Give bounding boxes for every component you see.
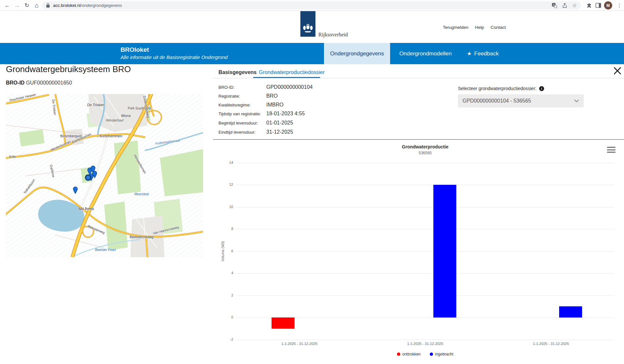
star-icon: ★ [467, 50, 471, 57]
x-category-label: 1-1-2025 - 31-12-2025 [362, 342, 488, 346]
browser-toolbar: ← → ↻ ⌂ acc.broloket.nl/ondergrondgegeve… [0, 0, 624, 11]
field-row: BRO-ID: GPD000000000104 [218, 84, 312, 90]
info-icon[interactable]: i [539, 86, 544, 91]
main-nav-bar: BROloket Alle informatie uit de Basisreg… [0, 43, 624, 64]
y-tick-label: 4 [221, 271, 233, 275]
logo-wordmark: Rijksoverheid [318, 32, 348, 38]
bar-onttrokken-1[interactable] [272, 317, 294, 329]
gridline [236, 251, 614, 252]
legend-item-ingebracht[interactable]: ingebracht [430, 352, 453, 356]
tab-ondergrondmodellen[interactable]: Ondergrondmodellen [390, 43, 461, 64]
y-tick-label: 14 [221, 161, 233, 164]
page: ← → ↻ ⌂ acc.broloket.nl/ondergrondgegeve… [0, 0, 624, 364]
legend-dot [430, 353, 433, 356]
tab-basisgegevens[interactable]: Basisgegevens [218, 69, 257, 75]
site-header: Rijksoverheid Terugmelden Help Contact [0, 11, 624, 43]
tabs-divider [213, 78, 624, 78]
brand-title: BROloket [121, 46, 228, 53]
home-icon[interactable]: ⌂ [32, 0, 41, 11]
field-row: Kwaliteitsregime: IMBRO [218, 102, 283, 108]
page-title: Grondwatergebruiksysteem BRO [6, 64, 131, 74]
map-label: Mearsleat [134, 192, 149, 196]
forward-icon[interactable]: → [12, 0, 22, 11]
detail-panel: Basisgegevens Grondwaterproductiedossier… [213, 65, 624, 364]
legend-dot [397, 353, 400, 356]
map-label: Kortehemmen [100, 134, 122, 138]
bar-ingebracht-2[interactable] [433, 185, 456, 317]
gridline [236, 296, 614, 296]
gridline [236, 340, 614, 340]
chart-region: Grondwaterproductie 536565 Volume (M3) o… [213, 140, 624, 364]
rijksoverheid-crest-icon [302, 23, 313, 35]
chart-title: Grondwaterproductie [236, 144, 614, 149]
map-label: Morra [121, 114, 131, 118]
gridline [236, 185, 614, 185]
browser-menu-icon[interactable]: ⋮ [615, 0, 624, 11]
bar-ingebracht-3[interactable] [559, 306, 582, 317]
url-text: acc.broloket.nl/ondergrondgegevens [53, 3, 122, 8]
map-marker-circle[interactable] [85, 175, 91, 180]
map-label: Krite [9, 155, 16, 159]
field-row: Begintijd levensduur: 01-01-2025 [218, 120, 293, 126]
link-contact[interactable]: Contact [491, 25, 506, 30]
header-links: Terugmelden Help Contact [443, 25, 506, 30]
back-icon[interactable]: ← [3, 0, 12, 11]
extensions-icon[interactable] [586, 3, 592, 8]
map-label: Beetsterzwaag [130, 235, 154, 239]
y-tick-label: 10 [221, 205, 233, 209]
legend-label: onttrokken [402, 352, 421, 356]
brand: BROloket Alle informatie uit de Basisreg… [121, 46, 228, 60]
field-row: Registratie: BRO [218, 93, 278, 99]
bookmark-star-icon[interactable]: ☆ [572, 2, 577, 9]
link-help[interactable]: Help [475, 25, 484, 30]
nav-tabs: Ondergrondgegevens Ondergrondmodellen ★ … [324, 43, 505, 64]
address-bar[interactable]: acc.broloket.nl/ondergrondgegevens A ☆ [42, 1, 581, 10]
browser-profile-avatar[interactable]: M [604, 1, 612, 10]
chart-legend: onttrokkeningebracht [236, 352, 614, 356]
map-label: De Trisken [87, 103, 104, 107]
gridline [236, 273, 614, 274]
dossier-select[interactable]: GPD000000000104 - 536565 [458, 94, 584, 107]
chart-subtitle: 536565 [236, 151, 614, 155]
dossier-select-value: GPD000000000104 - 536565 [463, 98, 531, 104]
share-icon[interactable] [562, 3, 568, 8]
map[interactable]: Drachtster Heawei De Trisken De Trisken … [6, 94, 203, 257]
map-label: Himsterhout [106, 119, 123, 122]
map-label: Ald Beets [79, 207, 94, 211]
tab-grondwaterproductiedossier[interactable]: Grondwaterproductiedossier [259, 69, 325, 75]
field-row: Eindtijd levensduur: 31-12-2025 [218, 129, 293, 135]
y-tick-label: 2 [221, 293, 233, 297]
legend-label: ingebracht [435, 352, 453, 356]
side-panel-icon[interactable] [596, 3, 601, 8]
brand-subtitle: Alle informatie uit de Basisregistratie … [121, 54, 228, 60]
close-icon[interactable] [613, 67, 622, 75]
y-tick-label: 0 [221, 315, 233, 319]
gridline [236, 229, 614, 229]
map-label: Beetster Feart [95, 248, 116, 252]
bro-id-value: GUF000000001650 [26, 80, 72, 86]
gridline [236, 207, 614, 207]
tab-feedback[interactable]: ★ Feedback [461, 43, 505, 64]
x-category-label: 1-1-2025 - 31-12-2025 [488, 342, 614, 346]
chevron-down-icon [574, 99, 579, 103]
y-tick-label: 8 [221, 227, 233, 231]
chart-menu-icon[interactable] [607, 146, 615, 153]
link-terugmelden[interactable]: Terugmelden [443, 25, 468, 30]
reload-icon[interactable]: ↻ [22, 0, 31, 11]
y-tick-label: -2 [221, 337, 233, 341]
legend-item-onttrokken[interactable]: onttrokken [397, 352, 421, 356]
tab-ondergrondgegevens[interactable]: Ondergrondgegevens [324, 43, 390, 64]
rijksoverheid-logo [300, 11, 315, 37]
gridline [236, 163, 614, 163]
y-tick-label: 6 [221, 249, 233, 253]
dossier-selector-label: Selecteer grondwaterproductiedossier: i [458, 86, 544, 91]
lock-icon [46, 3, 50, 8]
y-tick-label: 12 [221, 182, 233, 186]
x-category-label: 1-1-2025 - 31-12-2025 [236, 342, 362, 346]
bro-id-label: BRO-ID [6, 80, 25, 86]
bro-id-row: BRO-ID GUF000000001650 [6, 80, 72, 86]
translate-icon[interactable]: A [552, 3, 557, 8]
field-row: Tijdstip van registratie: 18-01-2023 4:5… [218, 111, 305, 117]
